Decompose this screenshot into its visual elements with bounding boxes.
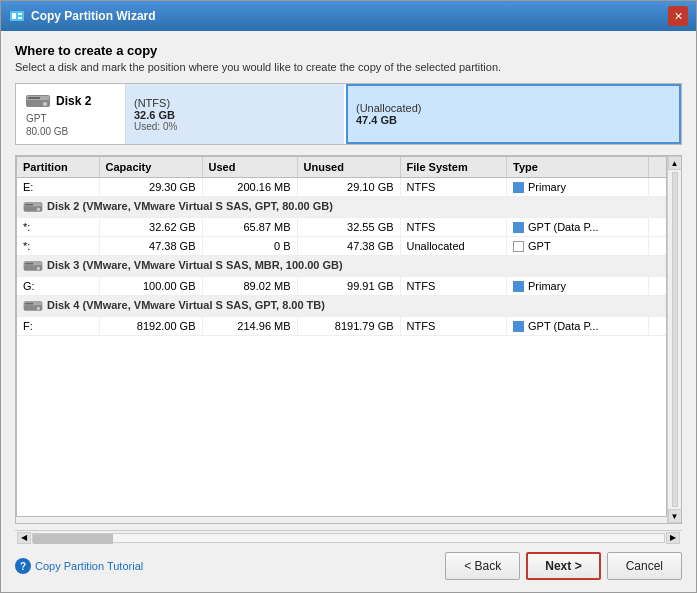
close-button[interactable]: ✕ xyxy=(668,6,688,26)
cell-type: Primary xyxy=(507,277,649,296)
type-checkbox[interactable] xyxy=(513,182,524,193)
type-cell-inner: Primary xyxy=(513,181,642,193)
scroll-down-button[interactable]: ▼ xyxy=(668,509,682,523)
col-type: Type xyxy=(507,157,649,178)
cell-filesystem: Unallocated xyxy=(400,237,506,256)
cell-used: 200.16 MB xyxy=(202,178,297,197)
type-checkbox[interactable] xyxy=(513,222,524,233)
scroll-up-button[interactable]: ▲ xyxy=(668,156,682,170)
svg-rect-3 xyxy=(18,17,22,19)
cell-type: Primary xyxy=(507,178,649,197)
svg-rect-19 xyxy=(25,303,33,305)
disk-group-label: Disk 3 (VMware, VMware Virtual S SAS, MB… xyxy=(17,256,666,277)
type-checkbox-empty[interactable] xyxy=(513,241,524,252)
scroll-left-button[interactable]: ◀ xyxy=(17,532,31,544)
cancel-button[interactable]: Cancel xyxy=(607,552,682,580)
page-subtitle: Select a disk and mark the position wher… xyxy=(15,61,682,73)
table-row[interactable]: *:32.62 GB65.87 MB32.55 GBNTFSGPT (Data … xyxy=(17,218,666,237)
table-row[interactable]: G:100.00 GB89.02 MB99.91 GBNTFSPrimary xyxy=(17,277,666,296)
cell-partition: G: xyxy=(17,277,99,296)
table-row[interactable]: E:29.30 GB200.16 MB29.10 GBNTFSPrimary xyxy=(17,178,666,197)
disk-group-row[interactable]: Disk 4 (VMware, VMware Virtual S SAS, GP… xyxy=(17,296,666,317)
cell-extra xyxy=(648,317,666,336)
title-bar: Copy Partition Wizard ✕ xyxy=(1,1,696,31)
disk-info-row: Disk 2 xyxy=(26,91,115,111)
type-label: Primary xyxy=(528,280,566,292)
col-capacity: Capacity xyxy=(99,157,202,178)
cell-used: 214.96 MB xyxy=(202,317,297,336)
disk-group-icon xyxy=(23,200,43,214)
help-icon: ? xyxy=(15,558,31,574)
cell-unused: 47.38 GB xyxy=(297,237,400,256)
col-used: Used xyxy=(202,157,297,178)
partition-unallocated[interactable]: (Unallocated) 47.4 GB xyxy=(346,84,681,144)
table-row[interactable]: F:8192.00 GB214.96 MB8191.79 GBNTFSGPT (… xyxy=(17,317,666,336)
disk-name: Disk 2 xyxy=(56,94,91,108)
cell-unused: 99.91 GB xyxy=(297,277,400,296)
h-scroll-thumb[interactable] xyxy=(33,534,113,544)
scroll-right-button[interactable]: ▶ xyxy=(666,532,680,544)
type-label: GPT xyxy=(528,240,551,252)
cell-extra xyxy=(648,237,666,256)
cell-filesystem: NTFS xyxy=(400,317,506,336)
tutorial-link[interactable]: ? Copy Partition Tutorial xyxy=(15,558,143,574)
wizard-icon xyxy=(9,8,25,24)
cell-partition: F: xyxy=(17,317,99,336)
back-button[interactable]: < Back xyxy=(445,552,520,580)
disk-partitions[interactable]: (NTFS) 32.6 GB Used: 0% (Unallocated) 47… xyxy=(126,84,681,144)
tutorial-link-label: Copy Partition Tutorial xyxy=(35,560,143,572)
cell-extra xyxy=(648,277,666,296)
svg-point-18 xyxy=(37,307,40,310)
type-label: Primary xyxy=(528,181,566,193)
cell-partition: *: xyxy=(17,237,99,256)
col-partition: Partition xyxy=(17,157,99,178)
cell-unused: 32.55 GB xyxy=(297,218,400,237)
disk-type: GPT xyxy=(26,113,115,124)
partition-ntfs-size: 32.6 GB xyxy=(134,109,336,121)
horizontal-scrollbar[interactable]: ◀ ▶ xyxy=(15,530,682,544)
col-filesystem: File System xyxy=(400,157,506,178)
partition-unalloc-label: (Unallocated) xyxy=(356,102,671,114)
next-button[interactable]: Next > xyxy=(526,552,600,580)
cell-type: GPT (Data P... xyxy=(507,218,649,237)
disk-drive-icon xyxy=(26,91,50,111)
type-checkbox[interactable] xyxy=(513,281,524,292)
h-scroll-track xyxy=(32,533,665,543)
cell-capacity: 29.30 GB xyxy=(99,178,202,197)
type-label: GPT (Data P... xyxy=(528,320,599,332)
cell-used: 65.87 MB xyxy=(202,218,297,237)
partition-ntfs[interactable]: (NTFS) 32.6 GB Used: 0% xyxy=(126,84,346,144)
vertical-scrollbar[interactable]: ▲ ▼ xyxy=(667,156,681,523)
disk-group-icon xyxy=(23,299,43,313)
cell-capacity: 32.62 GB xyxy=(99,218,202,237)
cell-unused: 8191.79 GB xyxy=(297,317,400,336)
disk-preview: Disk 2 GPT 80.00 GB (NTFS) 32.6 GB Used:… xyxy=(15,83,682,145)
cell-used: 89.02 MB xyxy=(202,277,297,296)
main-content: Where to create a copy Select a disk and… xyxy=(1,31,696,592)
type-cell-inner: GPT (Data P... xyxy=(513,221,642,233)
disk-info: Disk 2 GPT 80.00 GB xyxy=(16,84,126,144)
disk-group-row[interactable]: Disk 3 (VMware, VMware Virtual S SAS, MB… xyxy=(17,256,666,277)
cell-filesystem: NTFS xyxy=(400,277,506,296)
svg-point-6 xyxy=(43,102,47,106)
disk-group-row[interactable]: Disk 2 (VMware, VMware Virtual S SAS, GP… xyxy=(17,197,666,218)
cell-filesystem: NTFS xyxy=(400,178,506,197)
footer: ? Copy Partition Tutorial < Back Next > … xyxy=(15,544,682,584)
svg-rect-15 xyxy=(25,263,33,265)
type-checkbox[interactable] xyxy=(513,321,524,332)
type-cell-inner: Primary xyxy=(513,280,642,292)
table-row[interactable]: *:47.38 GB0 B47.38 GBUnallocatedGPT xyxy=(17,237,666,256)
cell-used: 0 B xyxy=(202,237,297,256)
cell-unused: 29.10 GB xyxy=(297,178,400,197)
cell-partition: *: xyxy=(17,218,99,237)
cell-partition: E: xyxy=(17,178,99,197)
col-extra xyxy=(648,157,666,178)
svg-rect-1 xyxy=(12,13,16,19)
disk-group-icon xyxy=(23,259,43,273)
svg-rect-2 xyxy=(18,13,22,15)
partition-table-container[interactable]: Partition Capacity Used Unused File Syst… xyxy=(16,156,667,517)
cell-type: GPT xyxy=(507,237,649,256)
disk-group-label: Disk 4 (VMware, VMware Virtual S SAS, GP… xyxy=(17,296,666,317)
svg-rect-11 xyxy=(25,204,33,206)
cell-capacity: 8192.00 GB xyxy=(99,317,202,336)
